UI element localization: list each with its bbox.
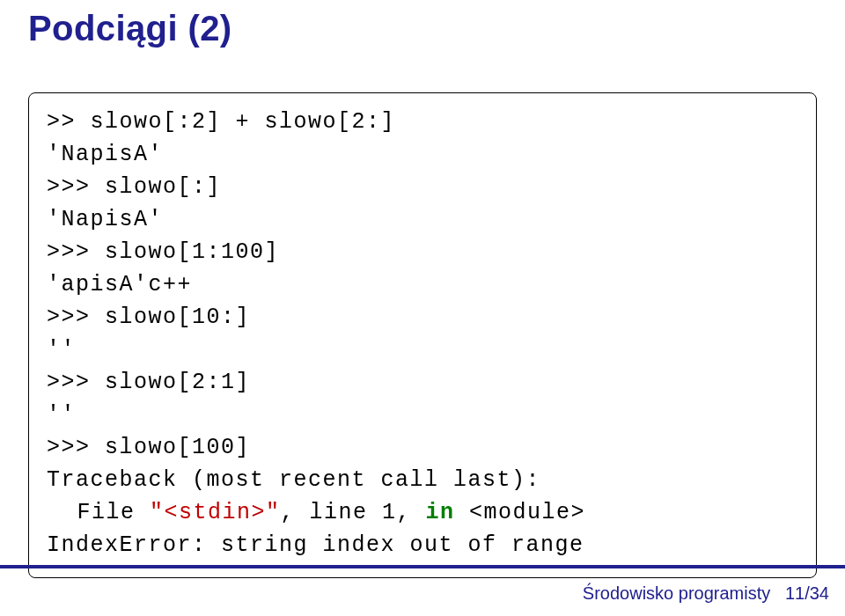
code-line: 'NapisA' xyxy=(47,203,798,236)
code-text: File xyxy=(77,500,151,525)
footer-label: Środowisko programisty xyxy=(583,583,770,603)
code-line: '' xyxy=(47,334,798,366)
code-text: <module> xyxy=(455,500,586,525)
slide-title: Podciągi (2) xyxy=(28,9,232,48)
code-text: , line 1, xyxy=(281,500,426,525)
code-line: >>> slowo[2:1] xyxy=(47,366,798,399)
footer-divider xyxy=(0,565,845,568)
footer: Środowisko programisty 11/34 xyxy=(583,583,829,604)
code-line: 'apisA'c++ xyxy=(47,268,798,301)
code-line: >>> slowo[100] xyxy=(47,431,798,464)
code-string: "<stdin>" xyxy=(150,500,281,525)
code-line: >>> slowo[1:100] xyxy=(47,236,798,268)
code-line: IndexError: string index out of range xyxy=(47,529,798,561)
code-line: Traceback (most recent call last): xyxy=(47,464,798,496)
footer-page: 11/34 xyxy=(785,583,829,603)
code-line: 'NapisA' xyxy=(47,138,798,171)
code-line: File "<stdin>", line 1, in <module> xyxy=(47,496,798,529)
code-line: '' xyxy=(47,399,798,431)
code-line: >>> slowo[:] xyxy=(47,171,798,203)
code-line: >>> slowo[10:] xyxy=(47,301,798,334)
code-line: >> slowo[:2] + slowo[2:] xyxy=(47,106,798,138)
code-block: >> slowo[:2] + slowo[2:] 'NapisA' >>> sl… xyxy=(28,92,817,578)
code-keyword: in xyxy=(426,500,455,525)
